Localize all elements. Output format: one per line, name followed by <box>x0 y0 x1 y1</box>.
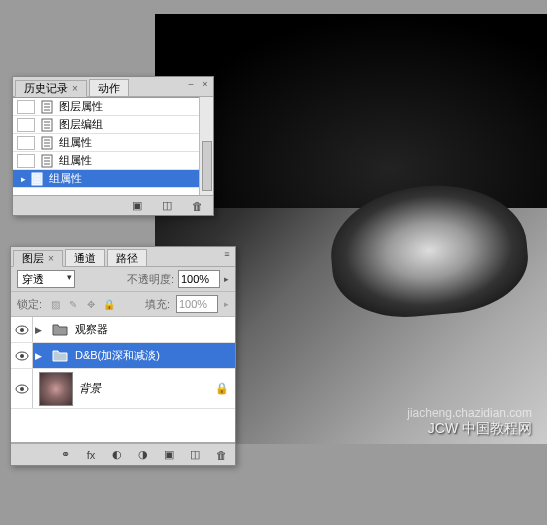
folder-icon <box>51 323 69 337</box>
new-state-icon[interactable]: ◫ <box>159 199 175 213</box>
lock-position-icon[interactable]: ✥ <box>84 297 98 311</box>
opacity-label: 不透明度: <box>127 272 174 287</box>
link-layers-icon[interactable]: ⚭ <box>57 448 73 462</box>
layers-lock-row: 锁定: ▨ ✎ ✥ 🔒 填充: 100% ▸ <box>11 292 235 317</box>
opacity-input[interactable]: 100% <box>178 270 220 288</box>
history-list[interactable]: 图层属性 图层编组 组属性 组属性 <box>13 97 199 195</box>
fill-slider-icon[interactable]: ▸ <box>224 299 229 309</box>
trash-icon[interactable]: 🗑 <box>189 199 205 213</box>
history-panel: 历史记录 × 动作 – × 图层属性 图层编组 <box>12 76 214 216</box>
history-body: 图层属性 图层编组 组属性 组属性 <box>13 97 213 195</box>
document-icon <box>39 100 55 114</box>
eye-icon <box>15 351 29 361</box>
minimize-icon[interactable]: – <box>185 79 197 89</box>
tab-layers[interactable]: 图层 × <box>13 250 63 267</box>
tab-label: 路径 <box>116 251 138 266</box>
layer-row[interactable]: 背景 🔒 <box>11 369 235 409</box>
tab-label: 动作 <box>98 81 120 96</box>
fx-icon[interactable]: fx <box>83 448 99 462</box>
blend-mode-select[interactable]: 穿透 <box>17 270 75 288</box>
adjust-icon[interactable]: ◑ <box>135 448 151 462</box>
folder-icon <box>51 349 69 363</box>
lock-icon: 🔒 <box>215 382 235 395</box>
layers-footer: ⚭ fx ◐ ◑ ▣ ◫ 🗑 <box>11 443 235 465</box>
lock-transparency-icon[interactable]: ▨ <box>48 297 62 311</box>
close-icon[interactable]: × <box>72 83 78 94</box>
history-item[interactable]: 组属性 <box>13 134 199 152</box>
new-layer-icon[interactable]: ◫ <box>187 448 203 462</box>
history-item[interactable]: ▸ 组属性 <box>13 170 199 188</box>
watermark-text: JCW 中国教程网 <box>428 420 532 438</box>
visibility-toggle[interactable] <box>11 369 33 408</box>
panel-menu-icon[interactable]: ≡ <box>221 249 233 259</box>
document-icon <box>39 136 55 150</box>
history-item-label: 组属性 <box>49 171 199 186</box>
tab-paths[interactable]: 路径 <box>107 249 147 266</box>
document-icon <box>39 154 55 168</box>
lock-icons-group: ▨ ✎ ✥ 🔒 <box>48 297 116 311</box>
history-footer: ▣ ◫ 🗑 <box>13 195 213 215</box>
document-icon <box>39 118 55 132</box>
close-icon[interactable]: × <box>48 253 54 264</box>
layers-options-row: 穿透 不透明度: 100% ▸ <box>11 267 235 292</box>
layer-name[interactable]: D&B(加深和减淡) <box>75 348 235 363</box>
expand-arrow-icon[interactable]: ▶ <box>35 325 45 335</box>
panel-controls: ≡ <box>221 249 233 259</box>
fill-label: 填充: <box>145 297 170 312</box>
mask-icon[interactable]: ◐ <box>109 448 125 462</box>
eye-icon <box>15 325 29 335</box>
layers-list[interactable]: ▶ 观察器 ▶ D&B(加深和减淡) 背景 🔒 <box>11 317 235 443</box>
layer-thumbnail[interactable] <box>39 372 73 406</box>
snapshot-slot[interactable] <box>17 136 35 150</box>
tab-label: 历史记录 <box>24 81 68 96</box>
watermark-text-sub: jiacheng.chazidian.com <box>407 406 532 420</box>
tab-label: 通道 <box>74 251 96 266</box>
document-icon <box>29 172 45 186</box>
tab-label: 图层 <box>22 251 44 266</box>
svg-point-23 <box>20 354 24 358</box>
visibility-toggle[interactable] <box>11 343 33 368</box>
new-folder-icon[interactable]: ▣ <box>161 448 177 462</box>
blend-mode-value: 穿透 <box>22 272 44 287</box>
layer-name[interactable]: 观察器 <box>75 322 235 337</box>
history-item-label: 组属性 <box>59 135 199 150</box>
snapshot-slot[interactable] <box>17 154 35 168</box>
tab-history[interactable]: 历史记录 × <box>15 80 87 97</box>
lock-label: 锁定: <box>17 297 42 312</box>
fill-value: 100% <box>179 298 207 310</box>
opacity-value: 100% <box>181 273 209 285</box>
current-state-arrow: ▸ <box>17 174 29 184</box>
panel-controls: – × <box>185 79 211 89</box>
close-panel-icon[interactable]: × <box>199 79 211 89</box>
visibility-toggle[interactable] <box>11 317 33 342</box>
layers-tab-strip: 图层 × 通道 路径 ≡ <box>11 247 235 267</box>
history-item-label: 图层属性 <box>59 99 199 114</box>
history-item-label: 组属性 <box>59 153 199 168</box>
layer-group-row[interactable]: ▶ 观察器 <box>11 317 235 343</box>
eye-icon <box>15 384 29 394</box>
layer-group-row[interactable]: ▶ D&B(加深和减淡) <box>11 343 235 369</box>
svg-point-25 <box>20 387 24 391</box>
layers-panel: 图层 × 通道 路径 ≡ 穿透 不透明度: 100% ▸ 锁定: ▨ ✎ ✥ 🔒 <box>10 246 236 466</box>
scroll-thumb[interactable] <box>202 141 212 191</box>
lock-all-icon[interactable]: 🔒 <box>102 297 116 311</box>
history-item[interactable]: 组属性 <box>13 152 199 170</box>
history-item[interactable]: 图层编组 <box>13 116 199 134</box>
expand-arrow-icon[interactable]: ▶ <box>35 351 45 361</box>
svg-point-21 <box>20 328 24 332</box>
tab-channels[interactable]: 通道 <box>65 249 105 266</box>
history-item[interactable]: 图层属性 <box>13 98 199 116</box>
snapshot-icon[interactable]: ▣ <box>129 199 145 213</box>
lock-pixels-icon[interactable]: ✎ <box>66 297 80 311</box>
snapshot-slot[interactable] <box>17 100 35 114</box>
tab-actions[interactable]: 动作 <box>89 79 129 96</box>
history-item-label: 图层编组 <box>59 117 199 132</box>
trash-icon[interactable]: 🗑 <box>213 448 229 462</box>
snapshot-slot[interactable] <box>17 118 35 132</box>
scrollbar[interactable] <box>199 97 213 195</box>
opacity-slider-icon[interactable]: ▸ <box>224 274 229 284</box>
history-tab-strip: 历史记录 × 动作 – × <box>13 77 213 97</box>
fill-input[interactable]: 100% <box>176 295 218 313</box>
layer-name[interactable]: 背景 <box>79 381 215 396</box>
